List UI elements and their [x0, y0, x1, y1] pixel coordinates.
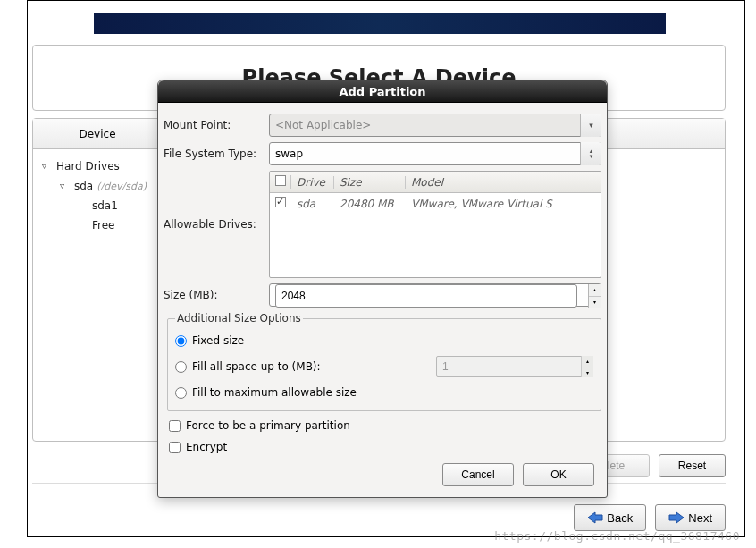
svg-marker-1	[669, 512, 684, 523]
tree-meta: (/dev/sda)	[97, 181, 147, 192]
radio-fixed-size[interactable]	[175, 335, 187, 347]
check-label: Encrypt	[186, 441, 227, 453]
button-label: Next	[688, 511, 712, 525]
radio-label: Fill to maximum allowable size	[192, 386, 357, 399]
wizard-nav-row: Back Next	[574, 504, 726, 531]
tree-label: sda	[74, 180, 93, 192]
mount-point-combo[interactable]: <Not Applicable>	[269, 114, 601, 137]
radio-fill-up-to-row[interactable]: Fill all space up to (MB): ▴ ▾	[175, 351, 593, 382]
button-label: lete	[608, 459, 625, 472]
watermark-text: https://blog.csdn.net/qq_36817460	[494, 529, 740, 543]
encrypt-checkbox[interactable]	[169, 442, 181, 453]
size-mb-label: Size (MB):	[164, 289, 269, 301]
tree-label: Hard Drives	[56, 160, 120, 173]
updown-icon[interactable]: ▴▾	[580, 142, 601, 165]
tree-label: sda1	[92, 199, 118, 212]
spin-down-icon[interactable]: ▾	[589, 297, 601, 308]
encrypt-row[interactable]: Encrypt	[164, 436, 601, 458]
svg-marker-0	[588, 512, 602, 523]
force-primary-checkbox[interactable]	[169, 420, 181, 432]
drives-check-all[interactable]	[270, 175, 291, 189]
fs-type-label: File System Type:	[164, 148, 269, 160]
drive-row-checkbox[interactable]	[275, 197, 286, 207]
spin-down-icon[interactable]: ▾	[582, 367, 593, 378]
drives-col-model[interactable]: Model	[406, 176, 601, 189]
button-label: OK	[550, 468, 566, 481]
radio-label: Fixed size	[192, 334, 244, 347]
check-label: Force to be a primary partition	[186, 419, 350, 432]
fill-up-to-input[interactable]	[436, 356, 593, 377]
spin-up-icon[interactable]: ▴	[582, 356, 593, 367]
additional-size-options: Additional Size Options Fixed size Fill …	[167, 312, 601, 411]
drives-col-size[interactable]: Size	[334, 176, 406, 189]
allowable-drives-label: Allowable Drives:	[164, 218, 269, 231]
size-mb-input[interactable]	[275, 284, 577, 308]
button-label: Cancel	[461, 468, 494, 481]
back-button[interactable]: Back	[574, 504, 646, 531]
button-label: Back	[607, 511, 633, 525]
dialog-action-row: Cancel OK	[164, 458, 601, 488]
chevron-down-icon[interactable]: ▾	[580, 114, 601, 137]
dialog-body: Mount Point: <Not Applicable> ▾ File Sys…	[158, 103, 607, 497]
button-label: Reset	[678, 459, 706, 472]
add-partition-dialog: Add Partition Mount Point: <Not Applicab…	[157, 80, 608, 498]
banner-band	[94, 13, 666, 34]
fs-type-combo[interactable]: swap	[269, 142, 601, 165]
radio-fixed-size-row[interactable]: Fixed size	[175, 330, 593, 351]
spin-up-icon[interactable]: ▴	[589, 284, 601, 297]
additional-size-legend: Additional Size Options	[175, 312, 303, 325]
cancel-button[interactable]: Cancel	[442, 463, 514, 486]
drive-cell-name: sda	[291, 198, 334, 210]
radio-fill-max-row[interactable]: Fill to maximum allowable size	[175, 382, 593, 403]
size-spinner[interactable]: ▴ ▾	[588, 284, 601, 308]
drives-row[interactable]: sda 20480 MB VMware, VMware Virtual S	[270, 193, 601, 214]
reset-button[interactable]: Reset	[659, 454, 726, 477]
fill-up-spinner[interactable]: ▴ ▾	[581, 356, 593, 377]
ok-button[interactable]: OK	[523, 463, 594, 486]
chevron-down-icon[interactable]: ▿	[60, 181, 71, 191]
drive-cell-size: 20480 MB	[334, 198, 406, 210]
drives-col-drive[interactable]: Drive	[291, 176, 334, 189]
arrow-left-icon	[587, 511, 603, 524]
tree-label: Free	[92, 219, 114, 232]
check-all-checkbox[interactable]	[275, 175, 286, 186]
drive-cell-model: VMware, VMware Virtual S	[406, 198, 601, 210]
mount-point-label: Mount Point:	[164, 119, 269, 131]
radio-label: Fill all space up to (MB):	[192, 360, 321, 373]
dialog-title[interactable]: Add Partition	[158, 80, 607, 103]
allowable-drives-table[interactable]: Drive Size Model sda 20480 MB VMware, VM…	[269, 171, 601, 278]
chevron-down-icon[interactable]: ▿	[42, 161, 53, 172]
force-primary-row[interactable]: Force to be a primary partition	[164, 415, 601, 436]
drives-header: Drive Size Model	[270, 172, 601, 193]
radio-fill-max[interactable]	[175, 387, 187, 399]
next-button[interactable]: Next	[655, 504, 726, 531]
radio-fill-up-to[interactable]	[175, 361, 187, 373]
column-device[interactable]: Device	[33, 119, 163, 149]
arrow-right-icon	[668, 511, 685, 524]
